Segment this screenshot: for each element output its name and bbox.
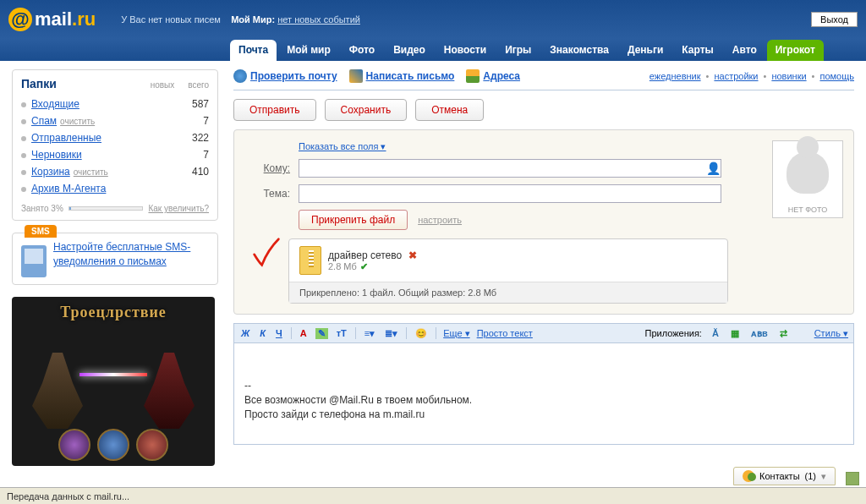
col-total: всего (188, 80, 209, 90)
editor-body[interactable]: -- Все возможности @Mail.Ru в твоем моби… (233, 343, 854, 445)
avatar-box[interactable]: НЕТ ФОТО (772, 140, 843, 218)
storage-bar (69, 206, 144, 211)
attach-configure-link[interactable]: настроить (418, 215, 462, 225)
style-dropdown[interactable]: Стиль ▾ (814, 328, 848, 339)
exit-button[interactable]: Выход (811, 12, 858, 27)
logo-text: mail.ru (35, 8, 96, 30)
addresses-link[interactable]: Адреса (466, 69, 520, 83)
rlink-new[interactable]: новинки (771, 71, 806, 81)
attachment-size: 2.8 Мб (328, 261, 357, 271)
subject-label: Тема: (244, 188, 290, 200)
attachments-summary: Прикреплено: 1 файл. Общий размер: 2.8 М… (289, 282, 727, 303)
save-button[interactable]: Сохранить (325, 99, 408, 121)
folder-drafts[interactable]: Черновики7 (21, 146, 209, 163)
zip-file-icon (299, 246, 321, 275)
attach-file-button[interactable]: Прикрепить файл (299, 210, 408, 230)
header-bar: @ mail.ru У Вас нет новых писем Мой Мир:… (0, 0, 866, 39)
to-label[interactable]: Кому: (264, 162, 290, 174)
contacts-widget[interactable]: Контакты (1) ▾ (733, 467, 836, 485)
rlink-help[interactable]: помощь (819, 71, 854, 81)
status-text: Передача данных с mail.ru... (7, 491, 129, 501)
subject-input[interactable] (299, 184, 721, 203)
storage-row: Занято 3% Как увеличить? (21, 204, 209, 213)
tab-auto[interactable]: Авто (724, 40, 765, 61)
rlink-diary[interactable]: ежедневник (650, 71, 701, 81)
pen-icon (349, 69, 363, 83)
more-button[interactable]: Еще ▾ (443, 328, 469, 339)
tab-news[interactable]: Новости (436, 40, 495, 61)
tab-video[interactable]: Видео (385, 40, 434, 61)
sidebar: Папки новых всего Входящие587 Спамочисти… (0, 61, 230, 487)
remove-attachment-icon[interactable]: ✖ (408, 249, 417, 261)
red-checkmark-annotation (251, 236, 282, 270)
tab-mail[interactable]: Почта (230, 40, 277, 61)
clear-trash[interactable]: очистить (74, 167, 108, 177)
ad-title: Троецлрствие (12, 304, 215, 321)
avatar-silhouette-icon (773, 141, 842, 204)
avatar-caption: НЕТ ФОТО (773, 204, 842, 217)
bg-color-button[interactable]: ✎ (315, 328, 328, 339)
tab-money[interactable]: Деньги (619, 40, 671, 61)
app1-icon[interactable]: Ă (710, 328, 721, 338)
logo[interactable]: @ mail.ru (8, 8, 96, 31)
tab-games[interactable]: Игры (496, 40, 540, 61)
send-button[interactable]: Отправить (233, 99, 316, 121)
action-links: Проверить почту Написать письмо Адреса е… (233, 66, 854, 90)
sms-promo[interactable]: SMS Настройте бесплатные SMS-уведомления… (12, 233, 218, 285)
clear-spam[interactable]: очистить (60, 117, 95, 126)
font-size-button[interactable]: тТ (335, 328, 348, 338)
logo-at-icon: @ (8, 8, 32, 31)
attachment-name: драйвер сетево (328, 249, 402, 261)
ad-figure-icon (144, 353, 195, 429)
plain-text-link[interactable]: Просто текст (477, 328, 533, 338)
rlink-settings[interactable]: настройки (714, 71, 758, 81)
show-all-fields-link[interactable]: Показать все поля ▾ (299, 141, 386, 151)
editor-toolbar: Ж К Ч A ✎ тТ ≡▾ ≣▾ 😊 Еще ▾ Просто текст … (233, 323, 854, 343)
compose-box: НЕТ ФОТО Показать все поля ▾ Кому: 👤 Тем… (233, 129, 854, 315)
check-icon: ✔ (360, 261, 368, 272)
folder-spam[interactable]: Спамочистить7 (21, 112, 209, 129)
folder-trash[interactable]: Корзинаочистить410 (21, 163, 209, 180)
my-world-link[interactable]: нет новых событий (277, 14, 360, 25)
italic-button[interactable]: К (258, 328, 267, 338)
tab-maps[interactable]: Карты (673, 40, 721, 61)
tray-icon[interactable] (846, 472, 859, 485)
app3-icon[interactable]: ᴀʙв (749, 328, 770, 339)
font-color-button[interactable]: A (299, 328, 309, 338)
main-area: Проверить почту Написать письмо Адреса е… (230, 61, 866, 487)
ad-banner[interactable]: Троецлрствие (12, 297, 215, 466)
check-mail-link[interactable]: Проверить почту (233, 69, 337, 83)
status-bar: Передача данных с mail.ru... (0, 487, 866, 504)
signature-line: Все возможности @Mail.Ru в твоем мобильн… (244, 393, 843, 408)
tab-dating[interactable]: Знакомства (541, 40, 617, 61)
storage-increase-link[interactable]: Как увеличить? (148, 204, 209, 213)
phone-icon (21, 245, 47, 277)
folder-inbox[interactable]: Входящие587 (21, 96, 209, 112)
app2-icon[interactable]: ▦ (729, 328, 741, 339)
emoji-button[interactable]: 😊 (414, 328, 429, 339)
compose-buttons: Отправить Сохранить Отмена (233, 99, 854, 121)
signature-line: -- (244, 379, 843, 393)
header-status: У Вас нет новых писем Мой Мир: нет новых… (121, 14, 360, 25)
contact-picker-icon[interactable]: 👤 (705, 161, 721, 176)
underline-button[interactable]: Ч (274, 328, 284, 338)
app4-icon[interactable]: ⇄ (778, 328, 789, 339)
tab-igrokot[interactable]: Игрокот (767, 40, 824, 61)
refresh-icon (233, 69, 247, 83)
folder-sent[interactable]: Отправленные322 (21, 129, 209, 146)
ad-circle-icon (136, 429, 168, 461)
cancel-button[interactable]: Отмена (415, 99, 484, 121)
tab-photo[interactable]: Фото (341, 40, 383, 61)
to-input[interactable] (299, 160, 705, 177)
compose-link[interactable]: Написать письмо (349, 69, 455, 83)
list-button[interactable]: ≣▾ (383, 328, 399, 339)
tab-myworld[interactable]: Мой мир (278, 40, 339, 61)
attachments-panel: драйвер сетево ✖ 2.8 Мб ✔ Прикреплено: 1… (288, 238, 728, 304)
sms-link[interactable]: Настройте бесплатные SMS-уведомления о п… (53, 240, 209, 277)
attachment-row: драйвер сетево ✖ 2.8 Мб ✔ (289, 239, 727, 282)
addressbook-icon (466, 69, 480, 83)
align-button[interactable]: ≡▾ (363, 328, 376, 339)
bottom-tray (846, 472, 859, 485)
bold-button[interactable]: Ж (239, 328, 251, 338)
folder-archive[interactable]: Архив М-Агента (21, 180, 209, 197)
